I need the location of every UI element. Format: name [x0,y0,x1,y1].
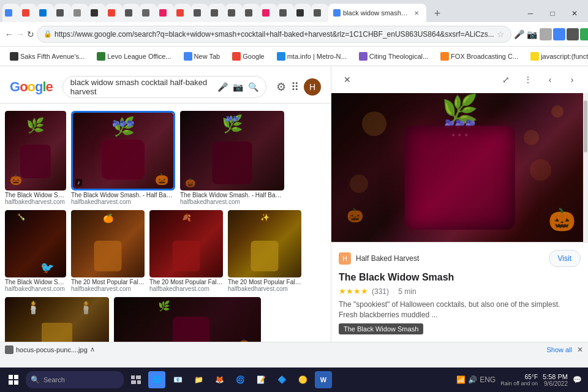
user-avatar-search[interactable]: H [304,78,321,96]
search-box[interactable]: black widow smash cocktail half-baked ha… [62,76,266,98]
tab-18[interactable] [294,4,311,22]
taskbar-chrome[interactable]: 🌐 [148,371,165,388]
taskbar-clock[interactable]: 5:58 PM 9/6/2022 [543,373,568,387]
show-all-button[interactable]: Show all [546,346,572,353]
ext-4[interactable] [580,28,588,40]
image-item-8[interactable]: 🕯️ 🕯️ [5,297,109,342]
network-icon[interactable]: 📶 [456,375,466,384]
detail-actions: ⤢ ⋮ ‹ › [497,71,581,88]
bookmark-3[interactable]: New Tab [179,50,225,62]
taskbar-firefox[interactable]: 🦊 [211,371,228,388]
tab-19[interactable] [311,4,328,22]
taskbar-edge[interactable]: 📧 [169,371,186,388]
tab-14[interactable] [225,4,243,22]
volume-icon[interactable]: 🔊 [468,375,477,384]
image-item-6[interactable]: 🍂 The 20 Most Popular Fall... halfbakedh… [149,210,223,292]
tab-12[interactable] [191,4,208,22]
apps-icon[interactable]: ⠿ [291,80,299,94]
detail-expand-button[interactable]: ⤢ [497,71,514,88]
minimize-button[interactable]: ─ [522,5,539,22]
close-button[interactable]: ✕ [566,5,583,22]
tab-close-active[interactable]: ✕ [412,8,421,18]
svg-rect-0 [9,375,13,379]
tab-6[interactable] [88,4,105,22]
download-chevron-icon[interactable]: ∧ [90,345,95,353]
image-item-5[interactable]: 🍊 The 20 Most Popular Fall Drink... half… [71,210,145,292]
taskbar-weather[interactable]: 65°F Rain off and on [500,374,538,386]
taskbar-app6[interactable]: 📝 [252,371,270,388]
tab-4[interactable] [54,4,71,22]
bookmark-favicon-2 [97,52,105,61]
reload-button[interactable]: ↻ [27,26,34,43]
notification-button[interactable]: 💬 [573,375,582,384]
battery-icon[interactable]: ENG [480,375,496,384]
tab-7[interactable] [105,4,123,22]
tab-3[interactable] [37,4,54,22]
image-item-3[interactable]: 🌿 🫐🫐 🎃 The Black Widow Smash. - Half Bak… [180,111,284,205]
bookmark-4[interactable]: Google [227,50,269,62]
tab-8[interactable] [123,4,140,22]
bookmarks-bar: Saks Fifth Avenue's... Levo League Offic… [0,47,588,66]
tab-favicon-18 [296,9,304,17]
ext-1[interactable] [540,28,552,40]
bookmark-6[interactable]: Citing Theological... [354,50,433,62]
tab-active[interactable]: black widow smash cocktail - G... ✕ [328,4,426,22]
settings-search-icon[interactable]: ⚙ [276,80,286,94]
maximize-button[interactable]: □ [544,5,561,22]
taskbar-app5[interactable]: 🌀 [232,371,249,388]
detail-next-button[interactable]: › [564,71,581,88]
taskview-button[interactable] [127,371,145,388]
bookmark-7[interactable]: FOX Broadcasting C... [435,50,523,62]
search-taskbar-button[interactable]: 🔍 Search [26,371,124,388]
image-item-2[interactable]: 🌿 🫐🫐🫐 🎃 ♪ The Black Widow Smash. - Half … [71,111,175,205]
download-item[interactable]: hocus-pocus-punc....jpg ∧ [5,345,95,354]
taskbar-app8[interactable]: 🟡 [294,371,311,388]
tab-1[interactable] [2,4,20,22]
detail-more-button[interactable]: ⋮ [519,71,537,88]
bookmark-8[interactable]: javascript:(function(... [526,50,588,62]
image-item-1[interactable]: 🌿 🎃 The Black Widow Smash. - ... halfbak… [5,111,66,205]
visit-button[interactable]: Visit [549,250,581,267]
taskbar-explorer[interactable]: 📁 [190,371,207,388]
image-search-icon[interactable]: 📷 [233,82,243,92]
tab-10[interactable] [157,4,174,22]
star-icon[interactable]: ☆ [497,29,505,39]
address-bar[interactable]: 🔒 https://www.google.com/search?q=black+… [37,26,511,43]
lens-icon[interactable]: 📷 [527,26,537,42]
search-icon[interactable]: 🔍 [248,82,258,92]
taskbar-app7[interactable]: 🔷 [273,371,290,388]
image-item-4[interactable]: 🍾 🐦 The Black Widow Smash... halfbakedha… [5,210,66,292]
bookmark-5[interactable]: mta.info | Metro-N... [272,50,352,62]
taskbar-word[interactable]: W [315,371,332,388]
svg-rect-3 [14,380,18,385]
voice-search-icon[interactable]: 🎤 [217,82,228,92]
image-item-7[interactable]: ✨ The 20 Most Popular Fall D... halfbake… [228,210,301,292]
start-button[interactable] [5,371,22,388]
tab-17[interactable] [277,4,294,22]
tab-favicon-3 [39,9,47,17]
ext-3[interactable] [567,28,579,40]
lock-icon: 🔒 [43,30,52,38]
tab-11[interactable] [174,4,191,22]
detail-close-button[interactable]: ✕ [339,71,356,88]
image-caption-1: The Black Widow Smash. - ... [5,192,66,198]
image-item-9[interactable]: 🌿 🎃 [114,297,261,342]
mic-icon[interactable]: 🎤 [514,26,524,42]
detail-scrollbar[interactable] [583,93,588,242]
ext-2[interactable] [553,28,565,40]
back-button[interactable]: ← [5,26,13,43]
tab-9[interactable] [140,4,157,22]
tab-15[interactable] [243,4,260,22]
new-tab-button[interactable]: + [429,5,446,22]
tab-5[interactable] [71,4,88,22]
image-thumb-8: 🕯️ 🕯️ [5,297,109,342]
forward-button[interactable]: → [16,26,24,43]
bookmark-2[interactable]: Levo League Office... [92,50,176,62]
close-downloads-button[interactable]: ✕ [577,345,583,354]
tab-16[interactable] [260,4,277,22]
tab-2[interactable] [20,4,37,22]
google-logo[interactable]: Google [10,79,53,95]
tab-13[interactable] [208,4,225,22]
detail-prev-button[interactable]: ‹ [541,71,559,88]
bookmark-1[interactable]: Saks Fifth Avenue's... [5,50,89,62]
